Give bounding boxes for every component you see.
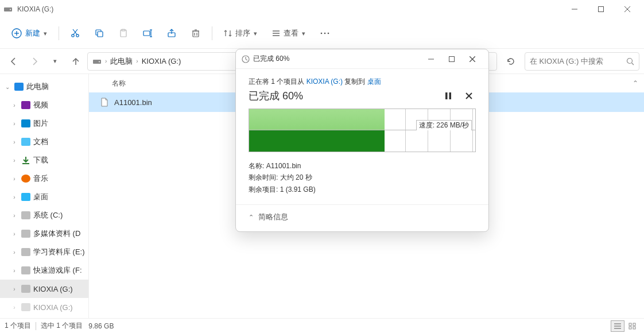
- svg-point-35: [328, 33, 329, 34]
- sort-indicator-icon: ⌃: [633, 79, 644, 87]
- footer-label: 简略信息: [258, 212, 288, 222]
- dialog-titlebar: 已完成 60%: [236, 49, 488, 69]
- chevron-down-icon[interactable]: ⌄: [3, 84, 11, 90]
- tree-music[interactable]: ›音乐: [0, 169, 88, 188]
- documents-icon: [21, 137, 31, 147]
- svg-rect-14: [98, 32, 103, 37]
- pc-icon: [14, 82, 24, 92]
- chevron-right-icon[interactable]: ›: [10, 231, 18, 237]
- close-button[interactable]: [614, 0, 641, 18]
- copy-icon[interactable]: [89, 23, 110, 44]
- search-input[interactable]: [530, 57, 626, 65]
- chevron-right-icon[interactable]: ›: [10, 249, 18, 255]
- detail-filename: A11001.bin: [266, 162, 301, 170]
- back-button[interactable]: [5, 52, 23, 71]
- view-icon: [272, 29, 280, 37]
- selected-size: 9.86 GB: [88, 322, 114, 330]
- dialog-maximize-button[interactable]: [441, 51, 462, 67]
- details-view-button[interactable]: [611, 320, 624, 332]
- sort-button[interactable]: 排序 ▾: [218, 25, 263, 42]
- up-button[interactable]: [67, 52, 85, 71]
- tree-pictures[interactable]: ›图片: [0, 114, 88, 133]
- window-title: KIOXIA (G:): [17, 5, 561, 13]
- file-icon: [100, 98, 110, 107]
- copy-dest-link[interactable]: 桌面: [367, 78, 381, 86]
- svg-point-39: [627, 58, 633, 63]
- delete-icon[interactable]: [185, 23, 206, 44]
- rename-icon[interactable]: [137, 23, 158, 44]
- tree-label: 此电脑: [26, 82, 49, 92]
- chevron-right-icon[interactable]: ›: [10, 268, 18, 274]
- more-button[interactable]: [315, 23, 335, 44]
- dialog-close-button[interactable]: [462, 51, 483, 67]
- svg-rect-48: [629, 327, 631, 329]
- detail-items: 1 (3.91 GB): [280, 185, 316, 193]
- cancel-button[interactable]: [462, 89, 476, 103]
- cut-icon[interactable]: [65, 23, 86, 44]
- tree-drive-g2[interactable]: ›KIOXIA (G:): [0, 298, 88, 316]
- dialog-footer-toggle[interactable]: ⌃ 简略信息: [236, 204, 488, 231]
- breadcrumb-current[interactable]: KIOXIA (G:): [142, 57, 181, 65]
- view-button[interactable]: 查看 ▾: [266, 25, 311, 42]
- svg-point-10: [76, 34, 79, 37]
- speed-graph: 速度: 226 MB/秒: [249, 109, 475, 130]
- new-button[interactable]: 新建 ▾: [6, 25, 53, 42]
- copy-details: 名称: A11001.bin 剩余时间: 大约 20 秒 剩余项目: 1 (3.…: [249, 160, 476, 195]
- progress-chart: 速度: 226 MB/秒: [249, 109, 476, 152]
- tree-drive-d[interactable]: ›多媒体资料 (D: [0, 224, 88, 243]
- svg-rect-54: [449, 56, 455, 61]
- refresh-button[interactable]: [502, 52, 520, 71]
- minimize-button[interactable]: [561, 0, 588, 18]
- sort-icon: [224, 29, 232, 37]
- pictures-icon: [21, 118, 31, 129]
- tree-label: 视频: [33, 100, 48, 110]
- tree-drive-e[interactable]: ›学习资料库 (E:): [0, 243, 88, 261]
- drive-icon: [21, 210, 31, 220]
- download-icon: [21, 155, 31, 165]
- svg-point-34: [324, 33, 326, 34]
- recent-button[interactable]: ▾: [46, 52, 64, 71]
- tree-drive-g[interactable]: ›KIOXIA (G:): [0, 280, 88, 298]
- chevron-right-icon[interactable]: ›: [10, 304, 18, 311]
- drive-icon: [3, 5, 13, 14]
- copy-source-link[interactable]: KIOXIA (G:): [307, 78, 343, 86]
- forward-button[interactable]: [25, 52, 44, 71]
- chevron-down-icon: ▾: [302, 30, 305, 37]
- tree-label: 快速游戏库 (F:: [33, 265, 82, 276]
- search-box[interactable]: [525, 52, 639, 71]
- chevron-right-icon[interactable]: ›: [10, 102, 18, 109]
- tree-videos[interactable]: ›视频: [0, 96, 88, 114]
- dialog-title: 已完成 60%: [253, 54, 421, 64]
- tree-label: 文档: [33, 137, 48, 147]
- chevron-right-icon[interactable]: ›: [10, 121, 18, 127]
- chevron-right-icon: ›: [136, 58, 138, 64]
- tree-label: 下载: [33, 155, 48, 165]
- chevron-right-icon[interactable]: ›: [10, 194, 18, 200]
- chevron-right-icon[interactable]: ›: [10, 286, 18, 292]
- breadcrumb-root[interactable]: 此电脑: [110, 56, 133, 67]
- svg-rect-47: [633, 323, 635, 326]
- tree-drive-c[interactable]: ›系统 (C:): [0, 206, 88, 224]
- tree-documents[interactable]: ›文档: [0, 133, 88, 151]
- tree-label: KIOXIA (G:): [33, 303, 73, 312]
- tiles-view-button[interactable]: [626, 320, 639, 332]
- tree-desktop[interactable]: ›桌面: [0, 188, 88, 206]
- tree-label: KIOXIA (G:): [33, 285, 73, 293]
- pause-button[interactable]: [441, 89, 455, 103]
- svg-point-38: [99, 61, 100, 62]
- copy-progress-dialog: 已完成 60% 正在将 1 个项目从 KIOXIA (G:) 复制到 桌面 已完…: [235, 49, 489, 232]
- chevron-right-icon[interactable]: ›: [10, 212, 18, 219]
- tree-this-pc[interactable]: ⌄ 此电脑: [0, 78, 88, 96]
- chevron-right-icon[interactable]: ›: [10, 139, 18, 145]
- tree-drive-f[interactable]: ›快速游戏库 (F:: [0, 261, 88, 280]
- maximize-button[interactable]: [588, 0, 614, 18]
- chevron-right-icon[interactable]: ›: [10, 157, 18, 164]
- chevron-right-icon[interactable]: ›: [10, 176, 18, 182]
- paste-icon[interactable]: [113, 23, 134, 44]
- share-icon[interactable]: [161, 23, 182, 44]
- progress-bar-fill: [249, 130, 385, 152]
- plus-circle-icon: [11, 28, 22, 38]
- tree-downloads[interactable]: ›下载: [0, 151, 88, 169]
- svg-rect-3: [599, 7, 604, 12]
- dialog-minimize-button[interactable]: [421, 51, 441, 67]
